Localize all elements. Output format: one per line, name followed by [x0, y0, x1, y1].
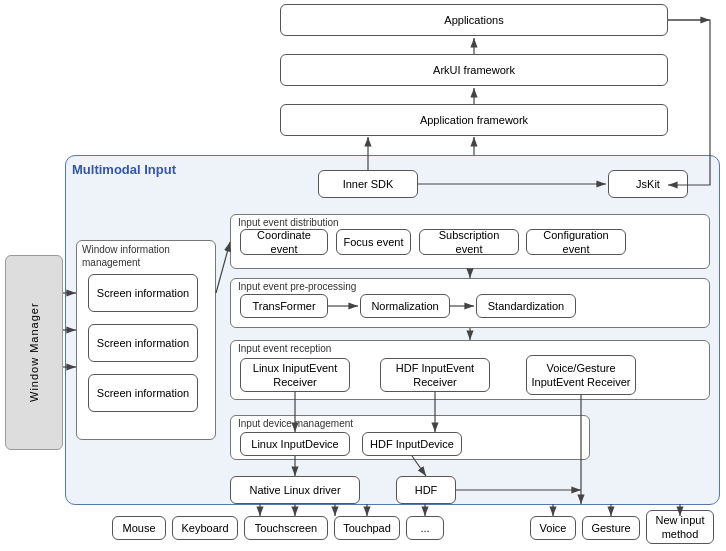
- focus-event-label: Focus event: [344, 235, 404, 249]
- voice-receiver-label: Voice/Gesture InputEvent Receiver: [531, 361, 631, 390]
- screen-info-2-label: Screen information: [97, 336, 189, 350]
- normalization-label: Normalization: [371, 299, 438, 313]
- gesture-label: Gesture: [591, 521, 630, 535]
- arkui-label: ArkUI framework: [433, 63, 515, 77]
- hdf-receiver-label: HDF InputEvent Receiver: [385, 361, 485, 390]
- subscription-event-box: Subscription event: [419, 229, 519, 255]
- jskit-box: JsKit: [608, 170, 688, 198]
- applications-box: Applications: [280, 4, 668, 36]
- standardization-box: Standardization: [476, 294, 576, 318]
- voice-receiver-box: Voice/Gesture InputEvent Receiver: [526, 355, 636, 395]
- hdf-box: HDF: [396, 476, 456, 504]
- linux-receiver-label: Linux IniputEvent Receiver: [245, 361, 345, 390]
- hdf-receiver-box: HDF InputEvent Receiver: [380, 358, 490, 392]
- standardization-label: Standardization: [488, 299, 564, 313]
- hdf-device-label: HDF InputDevice: [370, 437, 454, 451]
- touchscreen-box: Touchscreen: [244, 516, 328, 540]
- dots-box: ...: [406, 516, 444, 540]
- multimodal-title: Multimodal Input: [72, 162, 176, 177]
- focus-event-box: Focus event: [336, 229, 411, 255]
- transformer-label: TransFormer: [252, 299, 315, 313]
- gesture-box: Gesture: [582, 516, 640, 540]
- screen-info-1-box: Screen information: [88, 274, 198, 312]
- screen-info-3-box: Screen information: [88, 374, 198, 412]
- native-linux-box: Native Linux driver: [230, 476, 360, 504]
- applications-label: Applications: [444, 13, 503, 27]
- hdf-label: HDF: [415, 483, 438, 497]
- linux-device-box: Linux InputDevice: [240, 432, 350, 456]
- mouse-box: Mouse: [112, 516, 166, 540]
- device-mgmt-label: Input device management: [238, 418, 353, 429]
- event-pre-label: Input event pre-processing: [238, 281, 356, 292]
- keyboard-box: Keyboard: [172, 516, 238, 540]
- hdf-device-box: HDF InputDevice: [362, 432, 462, 456]
- keyboard-label: Keyboard: [181, 521, 228, 535]
- linux-device-label: Linux InputDevice: [251, 437, 338, 451]
- screen-info-1-label: Screen information: [97, 286, 189, 300]
- configuration-event-label: Configuration event: [531, 228, 621, 257]
- screen-info-3-label: Screen information: [97, 386, 189, 400]
- normalization-box: Normalization: [360, 294, 450, 318]
- touchpad-box: Touchpad: [334, 516, 400, 540]
- inner-sdk-label: Inner SDK: [343, 177, 394, 191]
- screen-info-2-box: Screen information: [88, 324, 198, 362]
- event-dist-label: Input event distribution: [238, 217, 339, 228]
- mouse-label: Mouse: [122, 521, 155, 535]
- subscription-event-label: Subscription event: [424, 228, 514, 257]
- window-manager-box: Window Manager: [5, 255, 63, 450]
- coordinate-event-box: Coordinate event: [240, 229, 328, 255]
- appframework-label: Application framework: [420, 113, 528, 127]
- transformer-box: TransFormer: [240, 294, 328, 318]
- jskit-label: JsKit: [636, 177, 660, 191]
- configuration-event-box: Configuration event: [526, 229, 626, 255]
- touchscreen-label: Touchscreen: [255, 521, 317, 535]
- voice-box: Voice: [530, 516, 576, 540]
- appframework-box: Application framework: [280, 104, 668, 136]
- coordinate-event-label: Coordinate event: [245, 228, 323, 257]
- event-recv-label: Input event reception: [238, 343, 331, 354]
- new-input-box: New input method: [646, 510, 714, 544]
- linux-receiver-box: Linux IniputEvent Receiver: [240, 358, 350, 392]
- voice-label: Voice: [540, 521, 567, 535]
- native-linux-label: Native Linux driver: [249, 483, 340, 497]
- window-info-label: Window information management: [82, 243, 207, 269]
- inner-sdk-box: Inner SDK: [318, 170, 418, 198]
- arkui-box: ArkUI framework: [280, 54, 668, 86]
- touchpad-label: Touchpad: [343, 521, 391, 535]
- dots-label: ...: [420, 521, 429, 535]
- window-manager-label: Window Manager: [28, 303, 40, 403]
- new-input-label: New input method: [651, 513, 709, 542]
